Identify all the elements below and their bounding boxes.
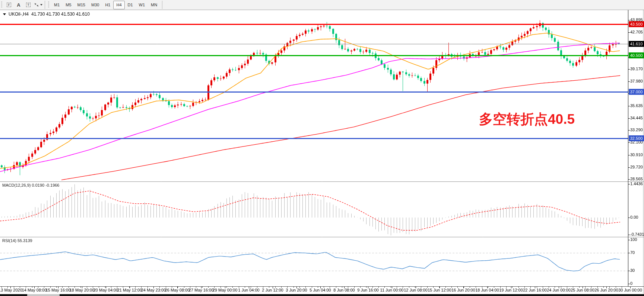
text-tool-button[interactable]: T (23, 1, 33, 9)
timeframe-mn-button[interactable]: MN (148, 1, 160, 9)
timeframe-m30-button[interactable]: M30 (88, 1, 102, 9)
timeframe-d1-button[interactable]: D1 (125, 1, 136, 9)
arrow-objects-icon (34, 3, 39, 7)
timeframe-h1-button[interactable]: H1 (102, 1, 113, 9)
chart-canvas[interactable] (0, 0, 644, 296)
timeframe-m15-button[interactable]: M15 (74, 1, 88, 9)
toolbar-separator (162, 1, 162, 9)
dropdown-caret-icon (40, 4, 42, 6)
toolbar-grip[interactable] (48, 1, 49, 8)
timeframe-m5-button[interactable]: M5 (63, 1, 74, 9)
label-tool-icon: A (17, 2, 20, 8)
timeframe-w1-button[interactable]: W1 (136, 1, 148, 9)
toolbar-separator (45, 1, 45, 9)
chart-window: F A T M1 M5 M15 M30 H1 H4 D1 W1 MN (0, 0, 644, 296)
text-tool-icon: T (26, 3, 31, 7)
toolbar-grip[interactable] (1, 1, 2, 8)
timeframe-m1-button[interactable]: M1 (51, 1, 63, 9)
cursor-frame-button[interactable]: F (4, 1, 14, 9)
label-tool-button[interactable]: A (14, 1, 23, 9)
toolbar: F A T M1 M5 M15 M30 H1 H4 D1 W1 MN (0, 0, 644, 10)
arrow-objects-button[interactable] (33, 1, 43, 9)
timeframe-h4-button[interactable]: H4 (113, 1, 124, 9)
cursor-frame-icon: F (7, 3, 11, 7)
